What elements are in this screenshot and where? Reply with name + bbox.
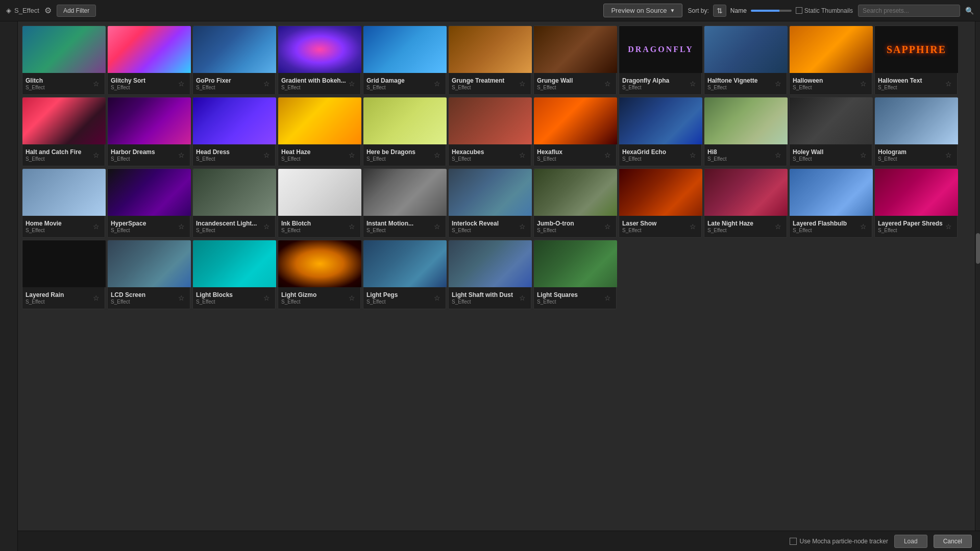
star-button-hologram[interactable]: ☆ — [943, 150, 954, 160]
star-button-heat-haze[interactable]: ☆ — [347, 150, 357, 160]
effect-card-heat-haze[interactable]: Heat HazeS_Effect☆ — [278, 97, 361, 166]
star-button-glitch[interactable]: ☆ — [91, 79, 102, 89]
star-button-harbor-dreams[interactable]: ☆ — [176, 150, 187, 160]
star-button-layered-paper[interactable]: ☆ — [943, 221, 954, 232]
star-button-ink-blotch[interactable]: ☆ — [347, 221, 357, 232]
effect-card-laser-show[interactable]: Laser ShowS_Effect☆ — [619, 168, 702, 238]
use-plugin-checkbox[interactable] — [790, 538, 797, 545]
effect-card-hexagrid[interactable]: HexaGrid EchoS_Effect☆ — [619, 97, 702, 166]
star-button-light-squares[interactable]: ☆ — [602, 293, 613, 303]
effect-card-light-shaft[interactable]: Light Shaft with DustS_Effect☆ — [448, 240, 531, 309]
effect-card-dragonfly[interactable]: DRAGONFLYDragonfly AlphaS_Effect☆ — [619, 26, 702, 95]
effect-card-harbor-dreams[interactable]: Harbor DreamsS_Effect☆ — [107, 97, 190, 166]
effect-card-hologram[interactable]: HologramS_Effect☆ — [874, 97, 958, 166]
effect-card-light-blocks[interactable]: Light BlocksS_Effect☆ — [192, 240, 276, 309]
star-button-hexaflux[interactable]: ☆ — [602, 150, 613, 160]
effect-card-interlock[interactable]: Interlock RevealS_Effect☆ — [448, 168, 531, 238]
effect-card-here-dragons[interactable]: Here be DragonsS_Effect☆ — [363, 97, 446, 166]
apply-button[interactable]: Load — [894, 535, 927, 548]
effect-card-hi8[interactable]: Hi8S_Effect☆ — [704, 97, 787, 166]
star-button-hexagrid[interactable]: ☆ — [688, 150, 698, 160]
effect-card-halftone[interactable]: Halftone VignetteS_Effect☆ — [704, 26, 787, 95]
star-button-laser-show[interactable]: ☆ — [688, 221, 698, 232]
effect-card-gopro[interactable]: GoPro FixerS_Effect☆ — [192, 26, 276, 95]
effect-card-light-gizmo[interactable]: Light GizmoS_Effect☆ — [278, 240, 361, 309]
effect-card-jumb-o-tron[interactable]: Jumb-O-tronS_Effect☆ — [533, 168, 617, 238]
star-button-light-gizmo[interactable]: ☆ — [347, 293, 357, 303]
effect-card-halt-catch[interactable]: Halt and Catch FireS_Effect☆ — [22, 97, 105, 166]
star-button-hexacubes[interactable]: ☆ — [517, 150, 528, 160]
star-button-layered-rain[interactable]: ☆ — [91, 293, 102, 303]
effect-card-light-pegs[interactable]: Light PegsS_Effect☆ — [363, 240, 446, 309]
static-thumb-checkbox[interactable] — [796, 7, 802, 14]
star-button-layered-flash[interactable]: ☆ — [858, 221, 869, 232]
scrollbar[interactable] — [975, 21, 980, 551]
effect-card-home-movie[interactable]: Home MovieS_Effect☆ — [22, 168, 105, 238]
star-button-late-night[interactable]: ☆ — [773, 221, 783, 232]
star-button-glitchy-sort[interactable]: ☆ — [176, 79, 187, 89]
star-button-gradient-bokeh[interactable]: ☆ — [347, 79, 357, 89]
effect-card-incandescent[interactable]: Incandescent Light...S_Effect☆ — [192, 168, 276, 238]
effect-card-grunge-wall[interactable]: Grunge WallS_Effect☆ — [533, 26, 617, 95]
star-button-light-blocks[interactable]: ☆ — [261, 293, 272, 303]
search-button[interactable]: 🔍 — [965, 7, 974, 15]
search-input[interactable] — [858, 5, 960, 17]
effect-card-layered-rain[interactable]: Layered RainS_Effect☆ — [22, 240, 105, 309]
effect-type-light-pegs: S_Effect — [366, 299, 432, 305]
star-button-incandescent[interactable]: ☆ — [261, 221, 272, 232]
add-filter-button[interactable]: Add Filter — [57, 5, 96, 17]
effect-card-layered-flash[interactable]: Layered FlashbulbS_Effect☆ — [789, 168, 872, 238]
effect-card-layered-paper[interactable]: Layered Paper ShredsS_Effect☆ — [874, 168, 958, 238]
effect-card-glitch[interactable]: GlitchS_Effect☆ — [22, 26, 105, 95]
star-button-light-pegs[interactable]: ☆ — [432, 293, 443, 303]
effect-card-halloween-text[interactable]: SAPPHIREHalloween TextS_Effect☆ — [874, 26, 958, 95]
star-button-halt-catch[interactable]: ☆ — [91, 150, 102, 160]
star-button-head-dress[interactable]: ☆ — [261, 150, 272, 160]
effect-info-glitchy-sort: Glitchy SortS_Effect☆ — [108, 73, 190, 94]
star-button-lcd[interactable]: ☆ — [176, 293, 187, 303]
effect-card-late-night[interactable]: Late Night HazeS_Effect☆ — [704, 168, 787, 238]
star-button-gopro[interactable]: ☆ — [261, 79, 272, 89]
star-button-halloween[interactable]: ☆ — [858, 79, 869, 89]
preview-on-source-button[interactable]: Preview on Source ▼ — [603, 4, 682, 17]
effect-thumb-grunge-wall — [534, 26, 617, 73]
effect-type-halloween: S_Effect — [793, 85, 858, 90]
star-button-light-shaft[interactable]: ☆ — [517, 293, 528, 303]
star-button-instant-motion[interactable]: ☆ — [432, 221, 443, 232]
effect-card-lcd[interactable]: LCD ScreenS_Effect☆ — [107, 240, 190, 309]
star-button-hi8[interactable]: ☆ — [773, 150, 783, 160]
star-button-grunge-treatment[interactable]: ☆ — [517, 79, 528, 89]
effect-card-hyperspace[interactable]: HyperSpaceS_Effect☆ — [107, 168, 190, 238]
scrollbar-thumb[interactable] — [976, 233, 980, 264]
effect-card-light-squares[interactable]: Light SquaresS_Effect☆ — [533, 240, 617, 309]
effect-card-gradient-bokeh[interactable]: Gradient with Bokeh...S_Effect☆ — [278, 26, 361, 95]
star-button-grunge-wall[interactable]: ☆ — [602, 79, 613, 89]
effect-card-halloween[interactable]: HalloweenS_Effect☆ — [789, 26, 872, 95]
star-button-holey-wall[interactable]: ☆ — [858, 150, 869, 160]
effect-card-grunge-treatment[interactable]: Grunge TreatmentS_Effect☆ — [448, 26, 531, 95]
effects-grid[interactable]: GlitchS_Effect☆Glitchy SortS_Effect☆GoPr… — [18, 21, 975, 551]
sort-slider[interactable] — [751, 10, 792, 12]
effect-card-grid-damage[interactable]: Grid DamageS_Effect☆ — [363, 26, 446, 95]
star-button-dragonfly[interactable]: ☆ — [688, 79, 698, 89]
effect-name-light-pegs: Light Pegs — [366, 291, 432, 299]
effect-card-head-dress[interactable]: Head DressS_Effect☆ — [192, 97, 276, 166]
star-button-jumb-o-tron[interactable]: ☆ — [602, 221, 613, 232]
star-button-halloween-text[interactable]: ☆ — [943, 79, 954, 89]
effect-card-holey-wall[interactable]: Holey WallS_Effect☆ — [789, 97, 872, 166]
static-thumbnails-toggle[interactable]: Static Thumbnails — [796, 7, 853, 14]
star-button-interlock[interactable]: ☆ — [517, 221, 528, 232]
effect-card-ink-blotch[interactable]: Ink BlotchS_Effect☆ — [278, 168, 361, 238]
star-button-here-dragons[interactable]: ☆ — [432, 150, 443, 160]
effect-card-instant-motion[interactable]: Instant Motion...S_Effect☆ — [363, 168, 446, 238]
sort-order-button[interactable]: ⇅ — [713, 5, 726, 17]
settings-icon[interactable]: ⚙ — [44, 6, 52, 15]
effect-card-hexacubes[interactable]: HexacubesS_Effect☆ — [448, 97, 531, 166]
cancel-button[interactable]: Cancel — [934, 535, 972, 548]
effect-card-hexaflux[interactable]: HexafluxS_Effect☆ — [533, 97, 617, 166]
star-button-hyperspace[interactable]: ☆ — [176, 221, 187, 232]
star-button-home-movie[interactable]: ☆ — [91, 221, 102, 232]
star-button-halftone[interactable]: ☆ — [773, 79, 783, 89]
star-button-grid-damage[interactable]: ☆ — [432, 79, 443, 89]
effect-card-glitchy-sort[interactable]: Glitchy SortS_Effect☆ — [107, 26, 190, 95]
